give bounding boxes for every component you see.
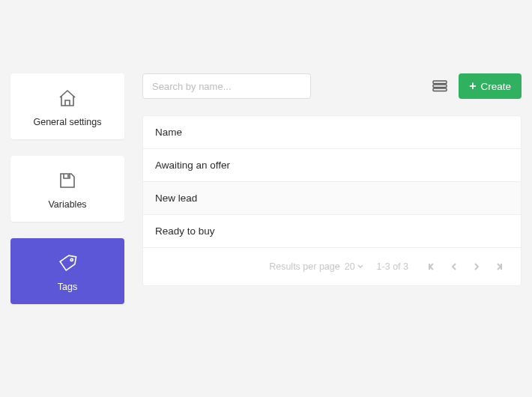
pagination-range: 1-3 of 3 xyxy=(377,261,408,272)
create-button[interactable]: + Create xyxy=(459,73,522,99)
sidebar-item-variables[interactable]: Variables xyxy=(10,156,124,222)
plus-icon: + xyxy=(469,80,476,92)
svg-rect-3 xyxy=(433,88,447,91)
svg-rect-1 xyxy=(433,81,447,84)
list-view-icon[interactable] xyxy=(430,76,450,96)
table-header-name: Name xyxy=(143,116,521,149)
svg-point-0 xyxy=(70,258,73,261)
table-row[interactable]: Awaiting an offer xyxy=(143,149,521,182)
table-footer: Results per page 20 1-3 of 3 xyxy=(143,248,521,285)
table-row[interactable]: New lead xyxy=(143,182,521,215)
page-last-button[interactable] xyxy=(489,257,509,276)
results-per-page-select[interactable]: 20 xyxy=(345,261,363,272)
home-icon xyxy=(57,87,78,109)
page-prev-button[interactable] xyxy=(444,257,464,276)
results-per-page-label: Results per page xyxy=(269,261,340,272)
chevron-down-icon xyxy=(357,264,363,270)
sidebar-item-general-settings[interactable]: General settings xyxy=(10,73,124,139)
page-next-button[interactable] xyxy=(467,257,486,276)
sidebar: General settings Variables Tags xyxy=(10,73,124,304)
toolbar: + Create xyxy=(142,73,522,99)
sidebar-item-label: Tags xyxy=(58,282,77,292)
tags-table: Name Awaiting an offer New lead Ready to… xyxy=(142,115,522,286)
svg-rect-2 xyxy=(433,85,447,88)
sidebar-item-label: Variables xyxy=(48,199,86,210)
create-button-label: Create xyxy=(480,81,511,92)
save-icon xyxy=(58,169,77,192)
table-row[interactable]: Ready to buy xyxy=(143,215,521,248)
main-content: + Create Name Awaiting an offer New lead… xyxy=(142,73,522,304)
page-first-button[interactable] xyxy=(422,257,441,276)
sidebar-item-label: General settings xyxy=(33,117,101,127)
search-input[interactable] xyxy=(142,73,311,99)
tag-icon xyxy=(57,252,78,274)
sidebar-item-tags[interactable]: Tags xyxy=(10,238,124,304)
